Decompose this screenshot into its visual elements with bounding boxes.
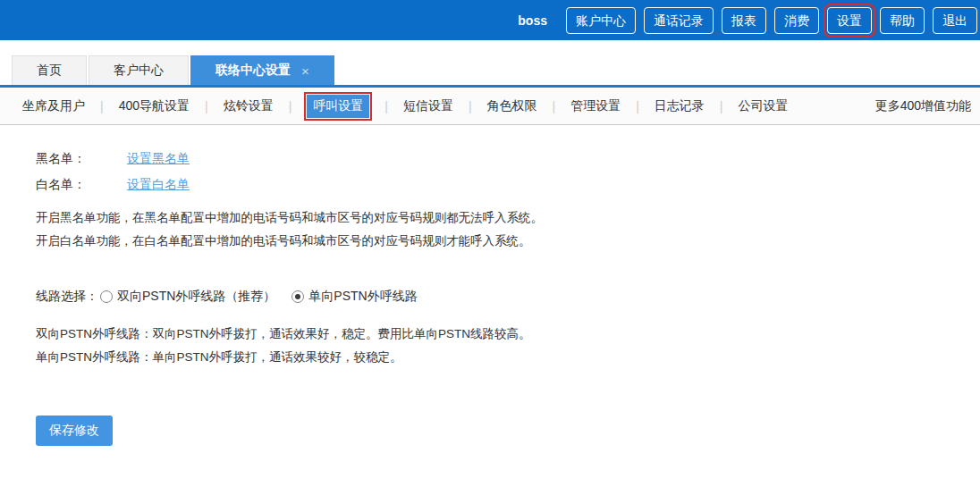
whitelist-label: 白名单：: [36, 177, 127, 193]
unidirectional-line-description: 单向PSTN外呼线路：单向PSTN外呼拨打，通话效果较好，较稳定。: [36, 346, 980, 369]
separator: |: [636, 99, 639, 113]
subnav-item-400-navigation[interactable]: 400导航设置: [119, 98, 190, 114]
list-descriptions: 开启黑名单功能，在黑名单配置中增加的电话号码和城市区号的对应号码规则都无法呼入系…: [36, 206, 980, 253]
blacklist-label: 黑名单：: [36, 151, 127, 167]
separator: |: [720, 99, 723, 113]
subnav-item-management-settings[interactable]: 管理设置: [570, 98, 621, 114]
set-blacklist-link[interactable]: 设置黑名单: [127, 151, 190, 167]
more-400-features-link[interactable]: 更多400增值功能: [875, 98, 971, 114]
separator: |: [469, 99, 472, 113]
tab-home-label: 首页: [37, 63, 62, 79]
bidirectional-line-description: 双向PSTN外呼线路：双向PSTN外呼拨打，通话效果好，稳定。费用比单向PSTN…: [36, 323, 980, 346]
radio-unidirectional-pstn[interactable]: [291, 290, 304, 303]
separator: |: [205, 99, 208, 113]
topbar-button-reports[interactable]: 报表: [722, 7, 766, 34]
topbar-button-consumption[interactable]: 消费: [774, 7, 819, 34]
topbar-button-help[interactable]: 帮助: [880, 7, 925, 34]
save-changes-button[interactable]: 保存修改: [36, 416, 113, 446]
topbar-button-settings[interactable]: 设置: [827, 7, 872, 34]
tab-home[interactable]: 首页: [12, 55, 87, 85]
subnav-item-agents-users[interactable]: 坐席及用户: [22, 98, 85, 114]
subnav-item-ring-settings[interactable]: 炫铃设置: [224, 98, 274, 114]
blacklist-description: 开启黑名单功能，在黑名单配置中增加的电话号码和城市区号的对应号码规则都无法呼入系…: [36, 206, 980, 230]
radio-bidirectional-pstn-label[interactable]: 双向PSTN外呼线路（推荐）: [117, 289, 275, 305]
subnav-item-role-permissions[interactable]: 角色权限: [487, 98, 537, 114]
topbar-button-logout[interactable]: 退出: [933, 7, 977, 34]
subnav-item-call-settings[interactable]: 呼叫设置: [307, 95, 369, 118]
line-select-label: 线路选择：: [36, 289, 98, 305]
whitelist-description: 开启白名单功能，在白名单配置中增加的电话号码和城市区号的对应号码规则才能呼入系统…: [36, 230, 980, 253]
set-whitelist-link[interactable]: 设置白名单: [127, 177, 190, 193]
top-bar: boss 账户中心 通话记录 报表 消费 设置 帮助 退出: [0, 0, 980, 40]
line-select-row: 线路选择： 双向PSTN外呼线路（推荐） 单向PSTN外呼线路: [36, 289, 980, 305]
separator: |: [289, 99, 292, 113]
call-settings-panel: 黑名单： 设置黑名单 白名单： 设置白名单 开启黑名单功能，在黑名单配置中增加的…: [0, 125, 980, 369]
tab-customer-center[interactable]: 客户中心: [89, 55, 189, 85]
radio-unidirectional-pstn-label[interactable]: 单向PSTN外呼线路: [308, 289, 417, 305]
tab-strip: 首页 客户中心 联络中心设置 ×: [0, 40, 980, 85]
tab-contact-center-settings-label: 联络中心设置: [215, 63, 291, 79]
tab-contact-center-settings[interactable]: 联络中心设置 ×: [190, 55, 334, 85]
topbar-button-account-center[interactable]: 账户中心: [566, 7, 636, 34]
separator: |: [384, 99, 388, 113]
whitelist-row: 白名单： 设置白名单: [36, 176, 980, 194]
username: boss: [518, 13, 547, 28]
close-icon[interactable]: ×: [301, 63, 309, 79]
subnav-item-company-settings[interactable]: 公司设置: [738, 98, 788, 114]
radio-bidirectional-pstn[interactable]: [100, 290, 113, 303]
blacklist-row: 黑名单： 设置黑名单: [36, 150, 980, 168]
separator: |: [100, 99, 104, 113]
settings-subnav: 坐席及用户 | 400导航设置 | 炫铃设置 | 呼叫设置 | 短信设置 | 角…: [0, 88, 980, 125]
topbar-button-call-records[interactable]: 通话记录: [644, 7, 714, 34]
tab-customer-center-label: 客户中心: [114, 63, 164, 79]
subnav-item-sms-settings[interactable]: 短信设置: [403, 98, 453, 114]
line-descriptions: 双向PSTN外呼线路：双向PSTN外呼拨打，通话效果好，稳定。费用比单向PSTN…: [36, 323, 980, 369]
subnav-item-log-records[interactable]: 日志记录: [655, 98, 705, 114]
separator: |: [553, 99, 556, 113]
